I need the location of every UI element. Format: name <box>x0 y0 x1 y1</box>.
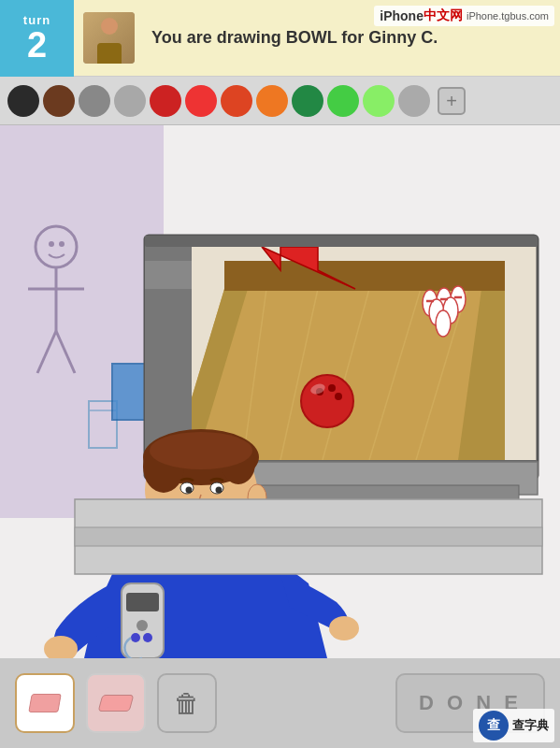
svg-rect-63 <box>75 527 542 546</box>
plus-icon: + <box>446 92 457 110</box>
color-swatch-red[interactable] <box>185 85 217 117</box>
avatar <box>83 12 135 64</box>
avatar-head <box>101 18 118 35</box>
svg-rect-39 <box>145 236 538 247</box>
color-swatch-separator[interactable] <box>398 85 430 117</box>
turn-badge: turn 2 <box>0 0 74 77</box>
color-swatch-green[interactable] <box>327 85 359 117</box>
pen-icon <box>98 695 135 712</box>
color-swatch-dark-red[interactable] <box>150 85 181 117</box>
svg-point-45 <box>329 616 359 640</box>
eraser-icon <box>28 694 62 712</box>
trash-icon: 🗑 <box>174 688 200 719</box>
svg-point-60 <box>216 487 223 494</box>
trash-button[interactable]: 🗑 <box>157 673 217 733</box>
watermark-iphone-text: iPhone <box>380 8 424 23</box>
color-palette: + <box>0 77 560 125</box>
svg-point-56 <box>150 432 252 469</box>
svg-point-48 <box>136 620 148 631</box>
svg-point-35 <box>328 384 336 392</box>
svg-point-49 <box>131 633 140 642</box>
watermark-url-text: iPhone.tgbus.com <box>467 10 549 22</box>
svg-rect-21 <box>224 261 505 291</box>
watermark2-icon: 查 <box>479 711 509 741</box>
watermark-bottom: 查 查字典 <box>473 709 554 742</box>
svg-point-50 <box>143 633 152 642</box>
avatar-placeholder <box>83 12 135 64</box>
color-swatch-dark-gray[interactable] <box>79 85 110 117</box>
avatar-body <box>97 43 122 64</box>
canvas-area[interactable] <box>0 125 560 658</box>
add-color-button[interactable]: + <box>438 87 466 115</box>
color-swatch-light-green[interactable] <box>363 85 395 117</box>
drawing-svg <box>0 125 560 658</box>
drawing-info: You are drawing BOWL for Ginny C. <box>144 27 560 49</box>
color-swatch-brown[interactable] <box>43 85 75 117</box>
color-swatch-orange[interactable] <box>256 85 288 117</box>
watermark-top: iPhone 中文网 iPhone.tgbus.com <box>374 6 554 26</box>
svg-point-59 <box>186 487 193 494</box>
svg-point-8 <box>59 241 65 247</box>
svg-rect-23 <box>145 261 192 289</box>
svg-point-36 <box>335 393 342 400</box>
eraser-button[interactable] <box>15 673 75 733</box>
pen-button[interactable] <box>86 673 146 733</box>
svg-rect-47 <box>126 593 159 611</box>
color-swatch-dark-green[interactable] <box>292 85 323 117</box>
svg-rect-1 <box>0 125 164 518</box>
svg-point-33 <box>301 375 353 427</box>
svg-point-7 <box>49 241 54 247</box>
color-swatch-gray[interactable] <box>114 85 146 117</box>
turn-number: 2 <box>27 27 47 63</box>
svg-point-29 <box>436 310 451 337</box>
drawing-info-text: You are drawing BOWL for Ginny C. <box>151 28 438 47</box>
color-swatch-black[interactable] <box>7 85 39 117</box>
watermark-cn-text: 中文网 <box>424 7 463 24</box>
watermark2-text: 查字典 <box>512 717 549 734</box>
color-swatch-orange-red[interactable] <box>221 85 252 117</box>
